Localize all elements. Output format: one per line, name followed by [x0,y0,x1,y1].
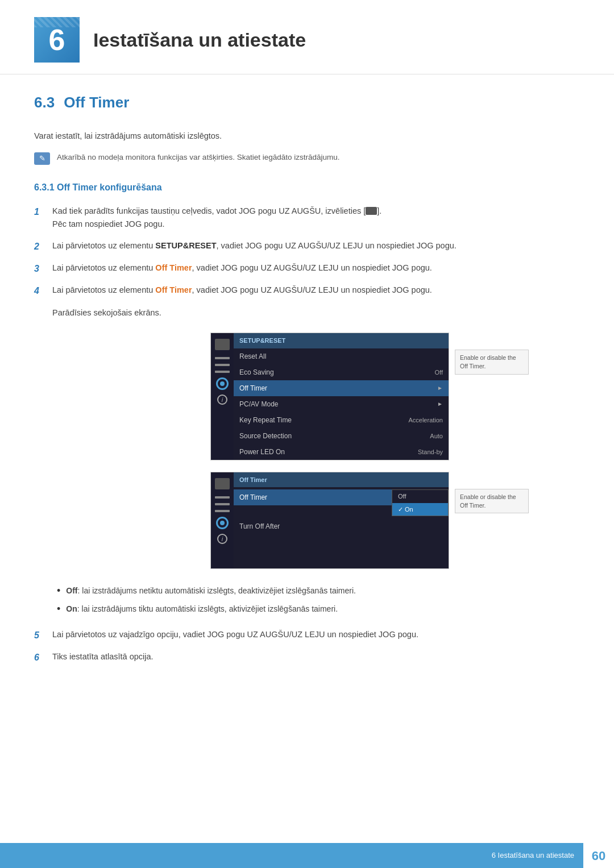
dropdown-option-on: On [392,503,448,516]
menu-header-1: SETUP&RESET [234,333,449,348]
menu-row-power-led: Power LED On Stand-by [234,444,449,460]
submenu-dropdown: Off On [392,489,449,516]
sidebar-icon-line2 [215,364,230,366]
menu-row-pcav-mode: PC/AV Mode ► [234,396,449,412]
step-4-highlight: Off Timer [155,285,192,294]
page-footer: 6 Iestatīšana un atiestate 60 [0,843,614,868]
step-3-text: Lai pārvietotos uz elementu Off Timer, v… [52,261,432,275]
menu-row-reset-all: Reset All [234,348,449,364]
note-text: Atkarībā no modeļa monitora funkcijas va… [57,152,340,163]
step-5: 5 Lai pārvietotos uz vajadzīgo opciju, v… [34,628,580,642]
step-2-number: 2 [34,240,44,254]
menu-row-eco-saving: Eco Saving Off [234,364,449,380]
note-icon [34,152,50,165]
bullet-on-term: On [66,604,77,613]
step-6: 6 Tiks iestatīta atlasītā opcija. [34,650,580,665]
submenu-header-2: Off Timer [234,472,449,488]
sidebar-icon-line3-2 [215,510,230,512]
menu-sidebar-2: i [211,472,234,569]
bullet-item-on: • On: lai izstrādājums tiktu automātiski… [57,603,580,617]
subsection-number: 6.3.1 [34,182,55,192]
page-header: 6 Iestatīšana un atiestate [0,0,614,74]
bullet-item-off: • Off: lai izstrādājums netiktu automāti… [57,585,580,599]
step-1-number: 1 [34,205,44,219]
screenshots-container: i SETUP&RESET Reset All Eco Saving Off O… [80,333,580,569]
screenshot-1-wrapper: i SETUP&RESET Reset All Eco Saving Off O… [210,333,449,460]
menu-screenshot-1: i SETUP&RESET Reset All Eco Saving Off O… [210,333,449,460]
menu-row-off-timer: Off Timer ► [234,380,449,396]
step-6-number: 6 [34,651,44,665]
main-content: 6.3Off Timer Varat iestatīt, lai izstrād… [0,92,614,707]
section-heading: 6.3Off Timer [34,92,580,118]
menu-row-source-detection: Source Detection Auto [234,428,449,444]
footer-text: 6 Iestatīšana un atiestate [492,850,583,861]
note-box: Atkarībā no modeļa monitora funkcijas va… [34,152,580,165]
step-2-text: Lai pārvietotos uz elementu SETUP&RESET,… [52,239,457,252]
chapter-number: 6 [49,18,65,62]
step-6-text: Tiks iestatīta atlasītā opcija. [52,650,154,663]
sidebar-icon-display-2 [215,478,230,489]
menu-row-key-repeat: Key Repeat Time Acceleration [234,412,449,428]
menu-screenshot-2: i Off Timer Off Timer Off On T [210,472,449,570]
submenu-row-off-timer: Off Timer Off On [234,487,449,518]
bullet-list: • Off: lai izstrādājums netiktu automāti… [57,585,580,617]
bullet-off-text: Off: lai izstrādājums netiktu automātisk… [66,585,356,597]
sidebar-icon-line3 [215,371,230,373]
sidebar-icon-line2-2 [215,503,230,505]
menu-tooltip-1: Enable or disable the Off Timer. [455,350,529,374]
menu-sidebar-1: i [211,333,234,460]
submenu-off-timer-label: Off Timer [234,489,392,505]
step-2-highlight: SETUP&RESET [155,241,216,250]
sidebar-icon-settings [216,377,229,390]
dropdown-option-off: Off [392,490,448,503]
sidebar-icon-settings-2 [216,517,229,529]
step-4-number: 4 [34,284,44,298]
subsection-heading: 6.3.1 Off Timer konfigurēšana [34,181,580,194]
section-number: 6.3 [34,94,55,111]
step-4-text: Lai pārvietotos uz elementu Off Timer, v… [52,284,432,297]
menu-content-1: SETUP&RESET Reset All Eco Saving Off Off… [234,333,449,460]
step-4: 4 Lai pārvietotos uz elementu Off Timer,… [34,284,580,298]
step-3-number: 3 [34,262,44,276]
step-3: 3 Lai pārvietotos uz elementu Off Timer,… [34,261,580,276]
sidebar-icon-info: i [217,394,227,405]
step-1: 1 Kad tiek parādīts funkcijas taustiņu c… [34,205,580,231]
sidebar-icon-line1 [215,357,230,359]
subsection-title: Off Timer konfigurēšana [57,182,162,192]
submenu-content-2: Off Timer Off Timer Off On Turn Off Afte… [234,472,449,569]
bullet-on-text: On: lai izstrādājums tiktu automātiski i… [66,603,338,615]
sidebar-icon-line1-2 [215,496,230,499]
paraadiisies-text: Parādīsies sekojošais ekrāns. [52,307,580,319]
step-3-highlight: Off Timer [155,263,192,272]
steps-list: 1 Kad tiek parādīts funkcijas taustiņu c… [34,205,580,297]
sidebar-icon-display [215,339,230,350]
bullet-off-term: Off [66,586,77,595]
sidebar-icon-info-2: i [217,534,227,544]
step-5-text: Lai pārvietotos uz vajadzīgo opciju, vad… [52,628,418,641]
chapter-title: Iestatīšana un atiestate [93,26,306,55]
submenu-empty-space [234,534,449,568]
step-5-number: 5 [34,629,44,642]
description-text: Varat iestatīt, lai izstrādājums automāt… [34,130,580,143]
chapter-number-box: 6 [34,17,80,63]
footer-page-number: 60 [583,843,614,868]
step-2: 2 Lai pārvietotos uz elementu SETUP&RESE… [34,239,580,254]
submenu-row-turn-off-after: Turn Off After [234,518,449,534]
screenshot-2-wrapper: i Off Timer Off Timer Off On T [210,472,449,570]
menu-tooltip-2: Enable or disable the Off Timer. [455,489,529,513]
section-title: Off Timer [64,94,129,111]
step-1-text: Kad tiek parādīts funkcijas taustiņu ceļ… [52,205,381,231]
